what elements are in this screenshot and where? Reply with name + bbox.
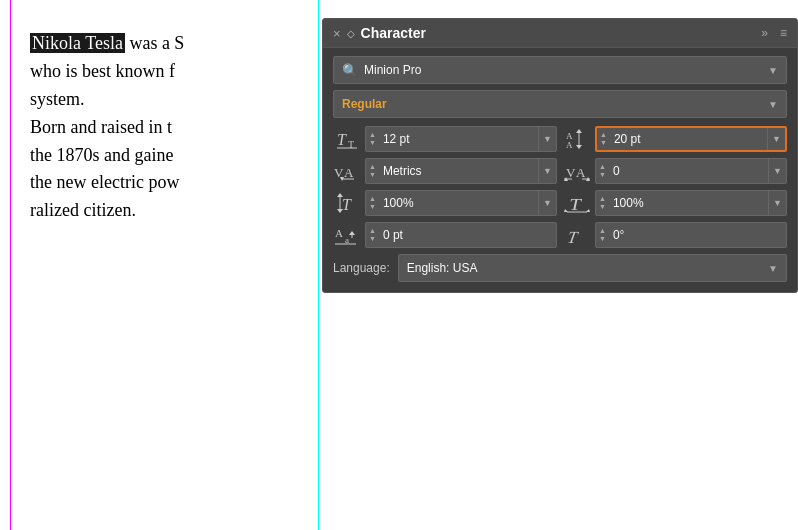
font-size-icon: T T [333, 128, 361, 150]
font-size-dropdown[interactable]: ▼ [538, 127, 556, 151]
svg-marker-7 [576, 145, 582, 149]
baseline-shift-field: A a ▲ ▼ 0 pt [333, 222, 557, 248]
search-icon: 🔍 [342, 63, 358, 78]
font-name-row: 🔍 Minion Pro ▼ [333, 56, 787, 84]
skew-arrows[interactable]: ▲ ▼ [596, 227, 609, 244]
svg-text:V: V [566, 165, 576, 180]
panel-diamond-icon: ◇ [347, 28, 355, 39]
character-panel: × ◇ Character » ≡ 🔍 Minion Pro ▼ Regular [322, 18, 798, 293]
svg-text:T: T [342, 196, 352, 213]
baseline-shift-arrows[interactable]: ▲ ▼ [366, 227, 379, 244]
kerning-icon: V A [333, 160, 361, 182]
kerning-field: V A ▲ ▼ Metrics ▼ [333, 158, 557, 184]
leading-down-arrow[interactable]: ▼ [600, 139, 607, 147]
leading-value: 20 pt [610, 132, 767, 146]
leading-arrows[interactable]: ▲ ▼ [597, 131, 610, 148]
kerning-arrows[interactable]: ▲ ▼ [366, 163, 379, 180]
leading-dropdown[interactable]: ▼ [767, 128, 785, 150]
horiz-scale-arrows[interactable]: ▲ ▼ [596, 195, 609, 212]
svg-text:A: A [344, 165, 354, 180]
skew-field: T ▲ ▼ 0° [563, 222, 787, 248]
font-style-dropdown-arrow: ▼ [768, 99, 778, 110]
baseline-shift-icon: A a [333, 224, 361, 246]
kerning-svg: V A [334, 160, 360, 182]
panel-header: × ◇ Character » ≡ [323, 19, 797, 48]
panel-collapse-button[interactable]: » [761, 26, 768, 40]
vert-scale-value: 100% [379, 196, 538, 210]
horiz-scale-field: T ▲ ▼ 100% ▼ [563, 190, 787, 216]
language-dropdown-arrow: ▼ [768, 263, 778, 274]
document-text: Nikola Tesla was a S who is best known f… [30, 30, 340, 225]
panel-header-right: » ≡ [761, 26, 787, 40]
kerning-dropdown[interactable]: ▼ [538, 159, 556, 183]
panel-close-button[interactable]: × [333, 26, 341, 41]
kerning-tracking-row: V A ▲ ▼ Metrics ▼ [333, 158, 787, 184]
baseline-shift-spinner[interactable]: ▲ ▼ 0 pt [365, 222, 557, 248]
kerning-down-arrow[interactable]: ▼ [369, 171, 376, 179]
horiz-scale-spinner[interactable]: ▲ ▼ 100% ▼ [595, 190, 787, 216]
cyan-guide-line [318, 0, 319, 530]
language-label: Language: [333, 261, 390, 275]
search-icon-area: 🔍 Minion Pro [342, 63, 421, 78]
vert-scale-dropdown[interactable]: ▼ [538, 191, 556, 215]
vert-scale-arrows[interactable]: ▲ ▼ [366, 195, 379, 212]
font-name-dropdown-arrow: ▼ [768, 65, 778, 76]
font-style-value: Regular [342, 97, 387, 111]
highlighted-text: Nikola Tesla [30, 33, 125, 53]
panel-title: Character [361, 25, 426, 41]
tracking-up-arrow[interactable]: ▲ [599, 163, 606, 171]
svg-text:T: T [566, 228, 580, 246]
language-value: English: USA [407, 261, 478, 275]
font-size-arrows[interactable]: ▲ ▼ [366, 131, 379, 148]
font-size-value: 12 pt [379, 132, 538, 146]
skew-value: 0° [609, 228, 786, 242]
font-name-select[interactable]: 🔍 Minion Pro ▼ [333, 56, 787, 84]
baseline-shift-value: 0 pt [379, 228, 556, 242]
font-style-select[interactable]: Regular ▼ [333, 90, 787, 118]
font-size-spinner[interactable]: ▲ ▼ 12 pt ▼ [365, 126, 557, 152]
svg-text:A: A [576, 165, 586, 180]
horiz-scale-up-arrow[interactable]: ▲ [599, 195, 606, 203]
tracking-down-arrow[interactable]: ▼ [599, 171, 606, 179]
horiz-scale-down-arrow[interactable]: ▼ [599, 203, 606, 211]
vert-scale-icon: T [333, 192, 361, 214]
font-size-down-arrow[interactable]: ▼ [369, 139, 376, 147]
tracking-icon: V A [563, 160, 591, 182]
skew-down-arrow[interactable]: ▼ [599, 235, 606, 243]
horiz-scale-dropdown[interactable]: ▼ [768, 191, 786, 215]
tracking-spinner[interactable]: ▲ ▼ 0 ▼ [595, 158, 787, 184]
scale-row: T ▲ ▼ 100% ▼ [333, 190, 787, 216]
leading-spinner[interactable]: ▲ ▼ 20 pt ▼ [595, 126, 787, 152]
language-select[interactable]: English: USA ▼ [398, 254, 787, 282]
svg-marker-30 [349, 231, 355, 235]
font-size-svg: T T [336, 128, 358, 150]
font-size-up-arrow[interactable]: ▲ [369, 131, 376, 139]
svg-text:A: A [335, 227, 343, 239]
horiz-scale-value: 100% [609, 196, 768, 210]
panel-body: 🔍 Minion Pro ▼ Regular ▼ T T [323, 48, 797, 292]
size-leading-row: T T ▲ ▼ 12 pt ▼ A [333, 126, 787, 152]
vert-scale-svg: T [334, 192, 360, 214]
leading-field: A A ▲ ▼ 20 pt ▼ [563, 126, 787, 152]
tracking-value: 0 [609, 164, 768, 178]
skew-spinner[interactable]: ▲ ▼ 0° [595, 222, 787, 248]
vert-scale-up-arrow[interactable]: ▲ [369, 195, 376, 203]
leading-up-arrow[interactable]: ▲ [600, 131, 607, 139]
baseline-shift-down-arrow[interactable]: ▼ [369, 235, 376, 243]
svg-text:T: T [337, 131, 347, 148]
skew-up-arrow[interactable]: ▲ [599, 227, 606, 235]
panel-title-area: × ◇ Character [333, 25, 426, 41]
tracking-dropdown[interactable]: ▼ [768, 159, 786, 183]
vert-scale-down-arrow[interactable]: ▼ [369, 203, 376, 211]
baseline-shift-up-arrow[interactable]: ▲ [369, 227, 376, 235]
skew-svg: T [564, 224, 590, 246]
kerning-up-arrow[interactable]: ▲ [369, 163, 376, 171]
svg-text:T: T [569, 195, 582, 213]
svg-marker-25 [586, 209, 590, 212]
tracking-arrows[interactable]: ▲ ▼ [596, 163, 609, 180]
panel-menu-icon[interactable]: ≡ [780, 26, 787, 40]
kerning-spinner[interactable]: ▲ ▼ Metrics ▼ [365, 158, 557, 184]
skew-icon: T [563, 224, 591, 246]
leading-icon: A A [563, 128, 591, 150]
vert-scale-spinner[interactable]: ▲ ▼ 100% ▼ [365, 190, 557, 216]
